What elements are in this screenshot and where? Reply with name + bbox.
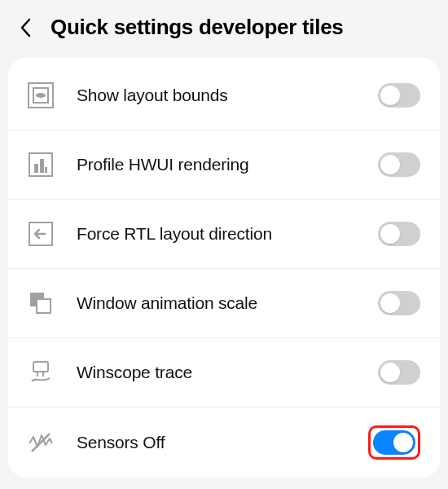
row-label: Profile HWUI rendering <box>77 155 358 174</box>
sensors-off-icon <box>24 426 57 459</box>
svg-rect-6 <box>45 167 47 173</box>
row-window-animation[interactable]: Window animation scale <box>8 269 440 338</box>
row-force-rtl[interactable]: Force RTL layout direction <box>8 200 440 269</box>
row-label: Sensors Off <box>77 433 349 452</box>
toggle-show-layout-bounds[interactable] <box>378 83 420 108</box>
layout-bounds-icon <box>24 79 57 112</box>
toggle-force-rtl[interactable] <box>378 222 420 246</box>
row-label: Force RTL layout direction <box>77 224 358 244</box>
row-winscope-trace[interactable]: Winscope trace <box>8 338 440 408</box>
winscope-icon <box>24 356 57 389</box>
row-label: Window animation scale <box>77 293 358 313</box>
highlight-box <box>368 425 420 460</box>
toggle-winscope-trace[interactable] <box>378 360 420 385</box>
toggle-profile-hwui[interactable] <box>378 152 420 177</box>
row-sensors-off[interactable]: Sensors Off <box>8 408 440 478</box>
toggle-sensors-off[interactable] <box>373 430 415 455</box>
window-anim-icon <box>24 287 57 319</box>
header: Quick settings developer tiles <box>0 0 448 58</box>
svg-rect-4 <box>34 164 38 173</box>
svg-point-2 <box>36 93 46 98</box>
back-button[interactable] <box>16 15 34 40</box>
chevron-left-icon <box>20 18 31 37</box>
row-label: Winscope trace <box>77 363 358 382</box>
row-profile-hwui[interactable]: Profile HWUI rendering <box>8 130 440 200</box>
svg-rect-5 <box>40 159 44 173</box>
toggle-window-animation[interactable] <box>378 291 420 315</box>
profile-hwui-icon <box>24 148 57 181</box>
rtl-icon <box>24 218 57 250</box>
row-show-layout-bounds[interactable]: Show layout bounds <box>8 61 440 130</box>
row-label: Show layout bounds <box>77 86 358 105</box>
svg-rect-10 <box>33 362 48 372</box>
page-title: Quick settings developer tiles <box>51 15 343 40</box>
svg-rect-9 <box>37 299 51 313</box>
settings-list: Show layout bounds Profile HWUI renderin… <box>8 58 440 478</box>
